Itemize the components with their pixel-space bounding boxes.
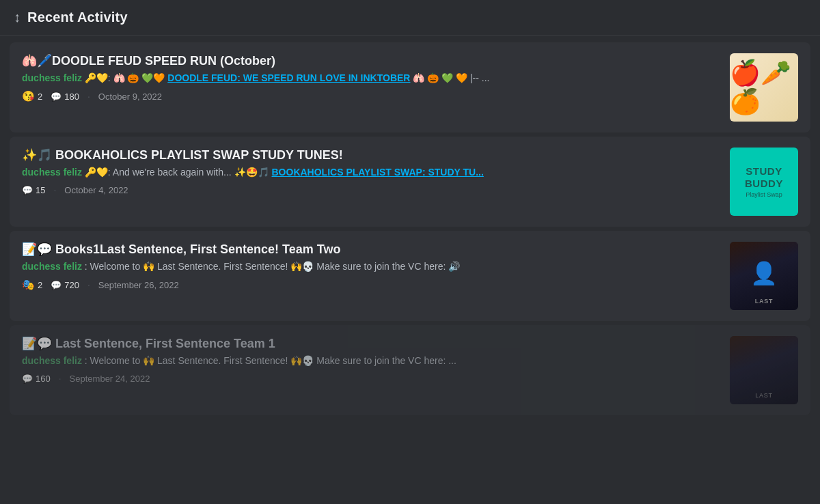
sort-icon: ↕ [14, 10, 20, 25]
card-3-username[interactable]: duchess feliz [22, 261, 82, 272]
thumbnail-label: LAST [730, 392, 798, 399]
card-1-date: October 9, 2022 [98, 92, 162, 102]
card-1-username[interactable]: duchess feliz [22, 72, 82, 83]
card-2-desc: And we're back again with... ✨🤩🎵 [113, 167, 269, 178]
card-3-desc: : Welcome to 🙌 Last Sentence. First Sent… [85, 261, 460, 272]
activity-list: 🫁🖊️DOODLE FEUD SPEED RUN (October) duche… [0, 36, 820, 422]
card-4-meta: 💬 160 · September 24, 2022 [22, 373, 720, 384]
comment-count: 180 [64, 92, 79, 102]
card-2-content: ✨🎵 BOOKAHOLICS PLAYLIST SWAP STUDY TUNES… [22, 148, 720, 195]
thumbnail-image: STUDYBUDDY Playlist Swap [730, 148, 798, 216]
comment-icon: 💬 [51, 92, 62, 102]
thumbnail-image: 🍎🥕🍊 [730, 53, 798, 122]
reaction-emoji: 😘 [22, 90, 35, 102]
card-4-thumbnail[interactable]: LAST [730, 336, 798, 404]
card-1-reaction[interactable]: 😘 2 [22, 90, 42, 102]
activity-card-4: 📝💬 Last Sentence, First Sentence Team 1 … [10, 325, 810, 415]
card-3-reaction[interactable]: 🎭 2 [22, 279, 42, 291]
card-1-extras: 🔑💛: 🫁 🎃 💚🧡 [85, 72, 167, 83]
card-2-subtitle: duchess feliz 🔑💛: And we're back again w… [22, 167, 720, 178]
card-3-thumbnail[interactable]: LAST [730, 242, 798, 310]
card-2-extras: 🔑💛: [85, 167, 113, 178]
card-4-desc: : Welcome to 🙌 Last Sentence. First Sent… [85, 355, 456, 366]
activity-card-1: 🫁🖊️DOODLE FEUD SPEED RUN (October) duche… [10, 42, 810, 132]
comment-icon: 💬 [22, 374, 33, 384]
activity-card-2: ✨🎵 BOOKAHOLICS PLAYLIST SWAP STUDY TUNES… [10, 137, 810, 227]
card-1-title[interactable]: 🫁🖊️DOODLE FEUD SPEED RUN (October) [22, 53, 720, 68]
card-3-content: 📝💬 Books1Last Sentence, First Sentence! … [22, 242, 720, 291]
meta-separator: · [87, 279, 90, 290]
header: ↕ Recent Activity [0, 0, 820, 36]
card-2-date: October 4, 2022 [64, 185, 128, 195]
card-3-comments[interactable]: 💬 720 [51, 280, 79, 290]
study-buddy-text: STUDYBUDDY [745, 165, 783, 190]
thumbnail-image: LAST [730, 242, 798, 310]
card-1-link[interactable]: DOODLE FEUD: WE SPEED RUN LOVE IN INKTOB… [167, 72, 410, 83]
card-2-thumbnail[interactable]: STUDYBUDDY Playlist Swap [730, 148, 798, 216]
card-2-meta: 💬 15 · October 4, 2022 [22, 184, 720, 195]
card-1-content: 🫁🖊️DOODLE FEUD SPEED RUN (October) duche… [22, 53, 720, 102]
card-4-date: September 24, 2022 [70, 374, 150, 384]
meta-separator: · [53, 184, 56, 195]
comment-count: 160 [36, 374, 51, 384]
reaction-count: 2 [38, 92, 42, 102]
meta-separator: · [87, 91, 90, 102]
thumbnail-image: LAST [730, 336, 798, 404]
reaction-emoji: 🎭 [22, 279, 35, 291]
card-2-comments[interactable]: 💬 15 [22, 185, 45, 195]
reaction-count: 2 [38, 280, 42, 290]
card-1-thumbnail[interactable]: 🍎🥕🍊 [730, 53, 798, 122]
card-2-link[interactable]: BOOKAHOLICS PLAYLIST SWAP: STUDY TU... [272, 167, 484, 178]
page-title: Recent Activity [27, 10, 128, 25]
meta-separator: · [59, 373, 62, 384]
comment-count: 720 [64, 280, 79, 290]
comment-icon: 💬 [51, 280, 62, 290]
comment-count: 15 [36, 185, 45, 195]
card-4-comments[interactable]: 💬 160 [22, 374, 51, 384]
card-4-username[interactable]: duchess feliz [22, 355, 82, 366]
card-1-comments[interactable]: 💬 180 [51, 92, 79, 102]
card-1-subtitle: duchess feliz 🔑💛: 🫁 🎃 💚🧡 DOODLE FEUD: WE… [22, 72, 720, 83]
thumbnail-label: LAST [730, 298, 798, 305]
card-3-meta: 🎭 2 💬 720 · September 26, 2022 [22, 279, 720, 291]
study-buddy-sub: Playlist Swap [746, 191, 782, 198]
card-3-title[interactable]: 📝💬 Books1Last Sentence, First Sentence! … [22, 242, 720, 257]
card-2-title[interactable]: ✨🎵 BOOKAHOLICS PLAYLIST SWAP STUDY TUNES… [22, 148, 720, 163]
comment-icon: 💬 [22, 185, 33, 195]
card-3-subtitle: duchess feliz : Welcome to 🙌 Last Senten… [22, 261, 720, 272]
card-1-link-extras: 🫁 🎃 💚 🧡 |-- ... [413, 72, 489, 83]
card-4-content: 📝💬 Last Sentence, First Sentence Team 1 … [22, 336, 720, 384]
card-2-username[interactable]: duchess feliz [22, 167, 82, 178]
card-4-subtitle: duchess feliz : Welcome to 🙌 Last Senten… [22, 355, 720, 366]
card-3-date: September 26, 2022 [98, 280, 179, 290]
card-1-meta: 😘 2 💬 180 · October 9, 2022 [22, 90, 720, 102]
card-4-title[interactable]: 📝💬 Last Sentence, First Sentence Team 1 [22, 336, 720, 351]
activity-card-3: 📝💬 Books1Last Sentence, First Sentence! … [10, 231, 810, 321]
